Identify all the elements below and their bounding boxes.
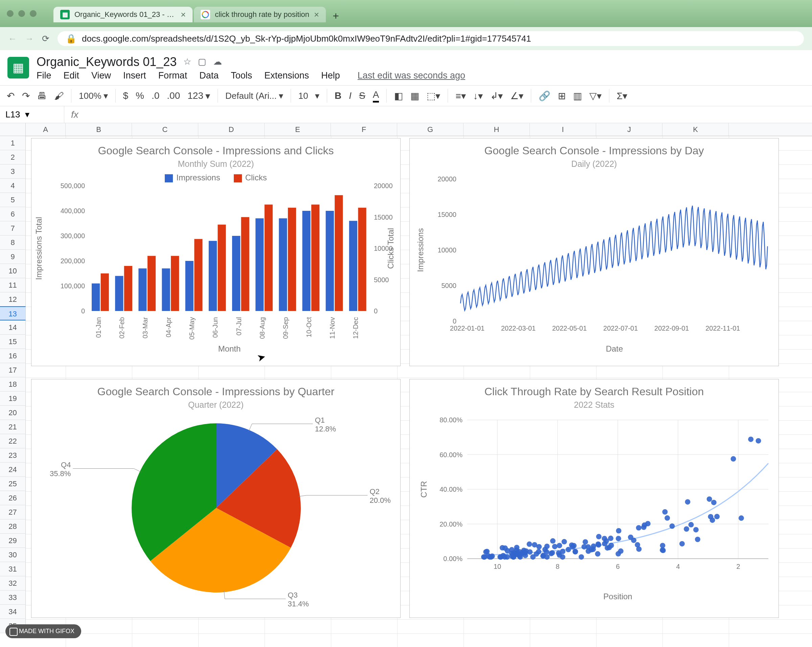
functions-button[interactable]: Σ▾ <box>617 90 627 102</box>
svg-point-155 <box>514 545 519 550</box>
svg-point-185 <box>708 514 713 519</box>
menu-tools[interactable]: Tools <box>231 70 252 81</box>
svg-point-213 <box>509 547 514 552</box>
spreadsheet[interactable]: ABCDEFGHIJK 1234567891011121314151617181… <box>0 123 812 647</box>
tab-close-icon[interactable]: × <box>181 10 186 19</box>
svg-text:04-Apr: 04-Apr <box>165 317 172 337</box>
font-select[interactable]: Default (Ari... ▾ <box>225 91 283 101</box>
svg-point-203 <box>549 550 555 555</box>
chart-impressions-quarter[interactable]: Google Search Console - Impressions by Q… <box>31 379 401 618</box>
svg-rect-24 <box>171 256 179 311</box>
currency-button[interactable]: $ <box>123 90 128 101</box>
merge-button[interactable]: ⬚▾ <box>427 90 440 102</box>
rotate-button[interactable]: ∠▾ <box>510 90 524 102</box>
svg-text:80.00%: 80.00% <box>440 416 462 424</box>
browser-tab-google[interactable]: click through rate by position × <box>194 7 326 22</box>
new-tab-button[interactable]: + <box>333 10 339 22</box>
borders-button[interactable]: ▦ <box>411 90 419 102</box>
svg-point-171 <box>616 528 621 533</box>
increase-decimal-button[interactable]: .00 <box>167 90 180 101</box>
svg-text:400,000: 400,000 <box>61 207 85 215</box>
svg-text:Month: Month <box>218 344 241 353</box>
menu-view[interactable]: View <box>92 70 111 81</box>
svg-text:0: 0 <box>81 307 85 315</box>
chart-ctr-position[interactable]: Click Through Rate by Search Result Posi… <box>409 379 779 618</box>
tab-close-icon[interactable]: × <box>314 10 319 19</box>
docs-header: ▦ Organic_Keywords 01_23 ☆ ▢ ☁ File Edit… <box>0 50 812 85</box>
comment-button[interactable]: ⊞ <box>558 90 566 102</box>
bold-button[interactable]: B <box>334 90 341 101</box>
star-icon[interactable]: ☆ <box>183 56 191 67</box>
halign-button[interactable]: ≡▾ <box>455 90 466 102</box>
font-size-select[interactable]: 10 ▾ <box>298 91 319 101</box>
link-button[interactable]: 🔗 <box>539 90 551 102</box>
svg-text:Clicks Total: Clicks Total <box>386 228 395 269</box>
svg-text:300,000: 300,000 <box>61 232 85 240</box>
zoom-select[interactable]: 100% ▾ <box>79 91 108 101</box>
url-input[interactable]: 🔒 docs.google.com/spreadsheets/d/1S2Q_yb… <box>58 31 804 46</box>
close-window-icon[interactable] <box>7 10 14 17</box>
column-headers[interactable]: ABCDEFGHIJK <box>26 123 812 136</box>
decrease-decimal-button[interactable]: .0 <box>151 90 159 101</box>
move-icon[interactable]: ▢ <box>198 56 206 67</box>
chart-button[interactable]: ▥ <box>573 90 582 102</box>
svg-point-113 <box>616 536 621 541</box>
svg-text:60.00%: 60.00% <box>440 451 462 459</box>
svg-text:12-Dec: 12-Dec <box>352 317 359 339</box>
select-all-corner[interactable] <box>0 123 26 136</box>
chart-title: Google Search Console - Impressions by Q… <box>32 385 400 398</box>
row-headers[interactable]: 1234567891011121314151617181920212223242… <box>0 136 26 633</box>
svg-point-176 <box>748 436 754 442</box>
reload-button[interactable]: ⟳ <box>42 34 49 44</box>
zoom-window-icon[interactable] <box>30 10 37 17</box>
svg-point-174 <box>618 549 624 554</box>
strike-button[interactable]: S <box>359 90 365 101</box>
svg-text:2022-01-01: 2022-01-01 <box>450 325 484 332</box>
paint-format-button[interactable]: 🖌 <box>54 90 64 102</box>
svg-text:0.00%: 0.00% <box>443 555 462 562</box>
chart-impressions-day[interactable]: Google Search Console - Impressions by D… <box>409 138 779 366</box>
fill-color-button[interactable]: ◧ <box>394 90 403 102</box>
doc-title-input[interactable]: Organic_Keywords 01_23 <box>37 55 177 69</box>
svg-text:0: 0 <box>374 307 378 315</box>
cloud-status-icon[interactable]: ☁ <box>213 56 222 67</box>
svg-text:5000: 5000 <box>374 276 389 284</box>
name-box[interactable]: L13 ▾ <box>0 106 64 123</box>
percent-button[interactable]: % <box>136 90 144 101</box>
svg-rect-36 <box>264 205 273 311</box>
menu-insert[interactable]: Insert <box>123 70 146 81</box>
svg-rect-23 <box>162 269 170 311</box>
italic-button[interactable]: I <box>349 90 351 101</box>
tab-title: click through rate by position <box>215 10 309 19</box>
valign-button[interactable]: ↓▾ <box>473 90 483 102</box>
undo-button[interactable]: ↶ <box>7 90 15 102</box>
sheets-logo-icon[interactable]: ▦ <box>8 57 29 78</box>
browser-tab-sheets[interactable]: ▦ Organic_Keywords 01_23 - Go × <box>53 7 192 22</box>
svg-text:02-Feb: 02-Feb <box>118 317 125 339</box>
svg-text:20.0%: 20.0% <box>369 496 391 505</box>
menu-help[interactable]: Help <box>321 70 340 81</box>
print-button[interactable]: 🖶 <box>37 90 47 102</box>
forward-button[interactable]: → <box>25 34 34 44</box>
svg-point-210 <box>688 522 694 528</box>
last-edit-link[interactable]: Last edit was seconds ago <box>358 70 465 81</box>
menu-data[interactable]: Data <box>199 70 218 81</box>
chart-impressions-clicks[interactable]: Google Search Console - Impressions and … <box>31 138 401 366</box>
text-color-button[interactable]: A <box>373 89 379 102</box>
svg-text:200,000: 200,000 <box>61 257 85 265</box>
svg-line-76 <box>134 468 141 472</box>
back-button[interactable]: ← <box>8 34 17 44</box>
svg-rect-27 <box>194 239 202 311</box>
wrap-button[interactable]: ↲▾ <box>490 90 503 102</box>
filter-button[interactable]: ▽▾ <box>589 90 601 102</box>
minimize-window-icon[interactable] <box>18 10 25 17</box>
menu-edit[interactable]: Edit <box>64 70 79 81</box>
redo-button[interactable]: ↷ <box>22 90 30 102</box>
svg-text:35.8%: 35.8% <box>50 469 71 478</box>
more-formats-button[interactable]: 123▾ <box>188 90 210 102</box>
menu-file[interactable]: File <box>37 70 52 81</box>
macos-titlebar: ▦ Organic_Keywords 01_23 - Go × click th… <box>0 0 812 27</box>
menu-extensions[interactable]: Extensions <box>264 70 309 81</box>
svg-rect-32 <box>232 236 240 311</box>
menu-format[interactable]: Format <box>158 70 188 81</box>
